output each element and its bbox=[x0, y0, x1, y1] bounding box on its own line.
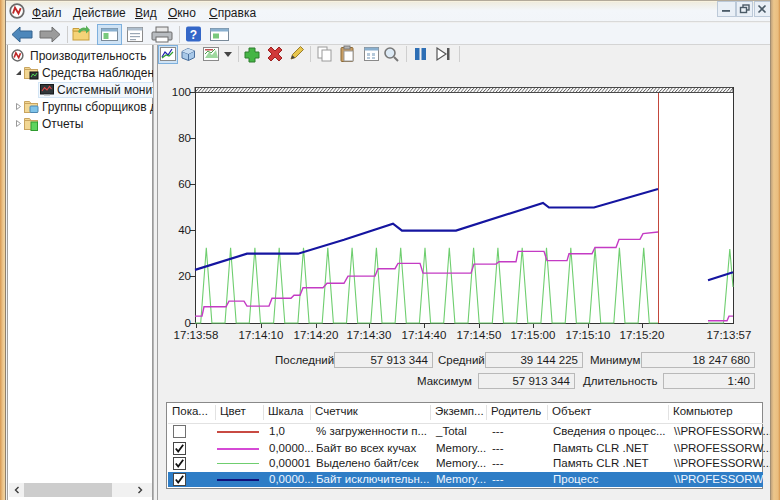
svg-text:17:14:20: 17:14:20 bbox=[294, 329, 339, 341]
svg-text:17:15:10: 17:15:10 bbox=[566, 329, 611, 341]
svg-text:17:14:50: 17:14:50 bbox=[457, 329, 502, 341]
svg-text:17:14:40: 17:14:40 bbox=[402, 329, 447, 341]
svg-text:17:15:00: 17:15:00 bbox=[511, 329, 556, 341]
svg-text:40: 40 bbox=[178, 224, 191, 236]
svg-text:80: 80 bbox=[178, 132, 191, 144]
svg-text:0: 0 bbox=[185, 317, 191, 329]
svg-text:17:14:30: 17:14:30 bbox=[347, 329, 392, 341]
svg-text:17:15:20: 17:15:20 bbox=[620, 329, 665, 341]
svg-text:17:13:58: 17:13:58 bbox=[174, 329, 219, 341]
svg-text:20: 20 bbox=[178, 270, 191, 282]
svg-text:100: 100 bbox=[172, 86, 191, 98]
svg-text:17:14:10: 17:14:10 bbox=[239, 329, 284, 341]
svg-text:60: 60 bbox=[178, 178, 191, 190]
svg-text:17:13:57: 17:13:57 bbox=[707, 329, 752, 341]
